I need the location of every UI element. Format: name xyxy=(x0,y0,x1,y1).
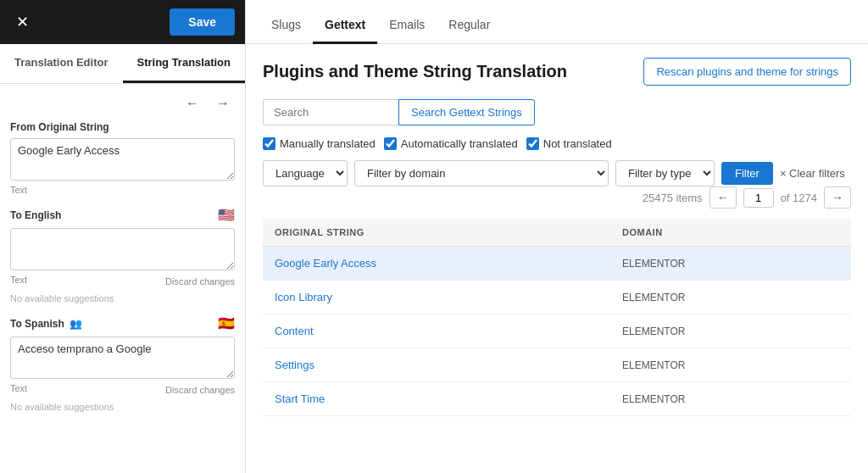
close-button[interactable]: ✕ xyxy=(10,10,34,34)
language-filter[interactable]: Language xyxy=(263,160,348,186)
not-translated-checkbox[interactable] xyxy=(526,137,539,150)
next-page-button[interactable]: → xyxy=(824,186,851,209)
domain-cell: ELEMENTOR xyxy=(622,292,685,303)
strings-table: ORIGINAL STRING DOMAIN Google Early Acce… xyxy=(263,219,851,416)
table-row: Content ELEMENTOR xyxy=(263,314,851,348)
manually-translated-checkbox[interactable] xyxy=(263,137,275,150)
search-row: Search Gettext Strings xyxy=(263,99,851,125)
filter-manually-translated[interactable]: Manually translated xyxy=(263,137,376,150)
right-body: Plugins and Theme String Translation Res… xyxy=(246,44,868,473)
spanish-discard-link[interactable]: Discard changes xyxy=(165,385,235,395)
tab-regular[interactable]: Regular xyxy=(437,8,502,44)
tab-emails[interactable]: Emails xyxy=(377,8,437,44)
table-row: Google Early Access ELEMENTOR xyxy=(263,247,851,281)
spanish-type: Text xyxy=(10,383,27,393)
auto-translated-checkbox[interactable] xyxy=(384,137,397,150)
string-link[interactable]: Content xyxy=(275,325,314,337)
page-title: Plugins and Theme String Translation xyxy=(263,62,567,81)
tab-slugs[interactable]: Slugs xyxy=(259,8,313,44)
english-type: Text xyxy=(10,275,27,285)
domain-cell: ELEMENTOR xyxy=(622,359,685,371)
pagination-row: 25475 items ← of 1274 → xyxy=(263,186,851,209)
english-lang-row: To English 🇺🇸 xyxy=(10,207,235,223)
right-panel: Slugs Gettext Emails Regular Plugins and… xyxy=(246,0,868,473)
string-link[interactable]: Settings xyxy=(275,359,314,371)
spanish-lang-row: To Spanish 👥 🇪🇸 xyxy=(10,315,235,331)
right-tabs: Slugs Gettext Emails Regular xyxy=(246,0,868,44)
domain-cell: ELEMENTOR xyxy=(622,258,685,270)
original-type: Text xyxy=(10,185,235,195)
table-row: Icon Library ELEMENTOR xyxy=(263,281,851,314)
left-header: ✕ Save xyxy=(0,0,245,44)
page-title-row: Plugins and Theme String Translation Res… xyxy=(263,58,851,86)
tab-translation-editor[interactable]: Translation Editor xyxy=(0,44,123,83)
col-domain: DOMAIN xyxy=(610,219,851,247)
prev-page-button[interactable]: ← xyxy=(709,186,737,209)
to-english-label: To English xyxy=(10,209,61,221)
english-translation-input[interactable] xyxy=(10,228,235,270)
string-link[interactable]: Start Time xyxy=(275,392,325,405)
english-discard-link[interactable]: Discard changes xyxy=(165,276,235,287)
tab-gettext[interactable]: Gettext xyxy=(313,8,377,44)
table-header-row: ORIGINAL STRING DOMAIN xyxy=(263,219,851,247)
clear-filters-button[interactable]: × Clear filters xyxy=(780,167,845,180)
domain-filter[interactable]: Filter by domain xyxy=(354,160,609,186)
to-spanish-label: To Spanish 👥 xyxy=(10,318,82,330)
table-row: Settings ELEMENTOR xyxy=(263,348,851,382)
left-panel: ✕ Save Translation Editor String Transla… xyxy=(0,0,246,473)
left-body: ← → From Original String Text To English… xyxy=(0,84,245,473)
filter-selects-row: Language Filter by domain Filter by type… xyxy=(263,160,851,186)
tab-string-translation[interactable]: String Translation xyxy=(123,44,246,83)
filter-row: Manually translated Automatically transl… xyxy=(263,137,851,150)
spanish-group-icon: 👥 xyxy=(70,318,82,330)
filter-auto-translated[interactable]: Automatically translated xyxy=(384,137,518,150)
domain-cell: ELEMENTOR xyxy=(622,393,685,405)
type-filter[interactable]: Filter by type xyxy=(615,160,715,186)
save-button[interactable]: Save xyxy=(170,8,235,36)
spanish-translation-input[interactable] xyxy=(10,337,235,379)
search-input[interactable] xyxy=(263,99,398,125)
table-row: Start Time ELEMENTOR xyxy=(263,382,851,416)
search-gettext-button[interactable]: Search Gettext Strings xyxy=(398,99,535,125)
page-total: of 1274 xyxy=(781,192,817,204)
english-suggestions: No available suggestions xyxy=(10,293,235,303)
rescan-button[interactable]: Rescan plugins and theme for strings xyxy=(643,58,851,86)
original-string-input[interactable] xyxy=(10,138,235,181)
left-tabs: Translation Editor String Translation xyxy=(0,44,245,84)
items-count: 25475 items xyxy=(643,192,703,204)
from-original-label: From Original String xyxy=(10,121,235,133)
domain-cell: ELEMENTOR xyxy=(622,326,685,337)
string-link[interactable]: Google Early Access xyxy=(275,257,376,270)
next-arrow-button[interactable]: → xyxy=(211,94,235,113)
col-original-string: ORIGINAL STRING xyxy=(263,219,610,247)
english-flag: 🇺🇸 xyxy=(218,207,235,223)
spanish-flag: 🇪🇸 xyxy=(218,315,235,331)
filter-not-translated[interactable]: Not translated xyxy=(526,137,612,150)
nav-arrows: ← → xyxy=(10,94,235,113)
prev-arrow-button[interactable]: ← xyxy=(181,94,204,113)
string-link[interactable]: Icon Library xyxy=(275,291,332,303)
filter-button[interactable]: Filter xyxy=(721,162,773,185)
spanish-suggestions: No available suggestions xyxy=(10,402,235,412)
page-number-input[interactable] xyxy=(743,188,774,208)
